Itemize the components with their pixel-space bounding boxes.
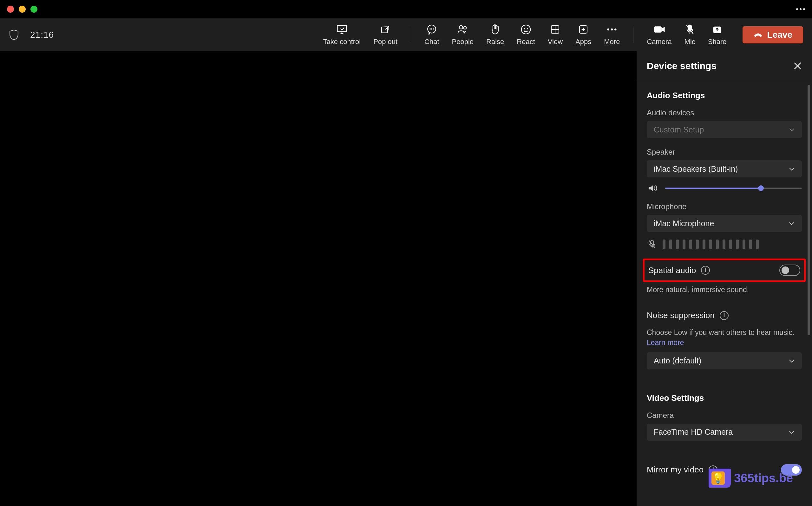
camera-value: FaceTime HD Camera: [654, 427, 733, 437]
chevron-down-icon: [789, 167, 795, 171]
svg-point-3: [430, 28, 431, 29]
call-duration: 21:16: [30, 30, 54, 40]
camera-select[interactable]: FaceTime HD Camera: [647, 424, 802, 441]
audio-devices-value: Custom Setup: [654, 125, 704, 134]
video-stage: [0, 51, 636, 506]
more-options-icon[interactable]: [796, 8, 805, 10]
chevron-down-icon: [789, 222, 795, 225]
titlebar: [0, 0, 812, 18]
camera-button[interactable]: Camera: [644, 24, 675, 46]
speaker-select[interactable]: iMac Speakers (Built-in): [647, 160, 802, 177]
speaker-value: iMac Speakers (Built-in): [654, 164, 738, 174]
spatial-audio-highlight: Spatial audio i: [643, 259, 806, 282]
take-control-label: Take control: [323, 38, 361, 46]
apps-button[interactable]: Apps: [572, 24, 594, 46]
more-label: More: [604, 38, 620, 46]
main-area: Device settings Audio Settings Audio dev…: [0, 51, 812, 506]
speaker-volume-slider[interactable]: [665, 185, 802, 191]
toolbar-separator: [633, 27, 633, 43]
camera-label: Camera: [647, 38, 672, 46]
noise-suppression-value: Auto (default): [654, 356, 701, 365]
mic-muted-indicator-icon: [648, 240, 656, 249]
audio-devices-label: Audio devices: [647, 108, 802, 117]
noise-suppression-label: Noise suppression: [647, 311, 715, 320]
device-settings-panel: Device settings Audio Settings Audio dev…: [636, 51, 812, 506]
monitor-icon: [336, 24, 348, 35]
noise-suppression-select[interactable]: Auto (default): [647, 352, 802, 369]
pop-out-button[interactable]: Pop out: [370, 24, 401, 46]
speaker-sound-icon: [648, 184, 658, 193]
mic-muted-icon: [685, 24, 695, 35]
shield-icon[interactable]: [9, 29, 19, 40]
people-icon: [457, 24, 469, 35]
svg-point-4: [431, 28, 432, 29]
audio-settings-heading: Audio Settings: [647, 91, 802, 100]
spatial-audio-label: Spatial audio: [648, 265, 696, 275]
phone-hangup-icon: [753, 32, 763, 38]
speaker-label: Speaker: [647, 148, 802, 157]
info-icon[interactable]: i: [708, 466, 718, 474]
view-label: View: [548, 38, 563, 46]
panel-title: Device settings: [647, 61, 717, 71]
info-icon[interactable]: i: [701, 266, 710, 275]
svg-point-6: [459, 25, 463, 29]
share-tray-icon: [712, 24, 722, 35]
close-panel-button[interactable]: [793, 62, 802, 70]
toolbar-separator: [411, 27, 411, 43]
svg-point-9: [524, 28, 525, 29]
svg-rect-16: [654, 26, 662, 32]
people-button[interactable]: People: [449, 24, 477, 46]
svg-point-5: [433, 28, 433, 29]
chevron-down-icon: [789, 128, 795, 132]
microphone-label: Microphone: [647, 202, 802, 211]
chevron-down-icon: [789, 430, 795, 434]
svg-point-14: [611, 28, 613, 30]
mic-button[interactable]: Mic: [681, 24, 698, 46]
minimize-window-button[interactable]: [19, 6, 26, 13]
people-label: People: [452, 38, 474, 46]
noise-suppression-desc: Choose Low if you want others to hear mu…: [647, 327, 802, 348]
audio-devices-select[interactable]: Custom Setup: [647, 121, 802, 138]
ellipsis-icon: [606, 24, 617, 35]
chat-icon: [426, 24, 437, 35]
svg-point-7: [463, 26, 466, 29]
raise-label: Raise: [486, 38, 504, 46]
camera-icon: [654, 24, 665, 35]
mirror-video-toggle[interactable]: [781, 464, 802, 476]
more-button[interactable]: More: [601, 24, 623, 46]
svg-point-15: [614, 28, 617, 30]
hand-icon: [490, 24, 500, 35]
mic-label: Mic: [684, 38, 695, 46]
zoom-window-button[interactable]: [30, 6, 38, 13]
panel-scrollbar[interactable]: [808, 85, 810, 335]
meeting-toolbar: 21:16 Take control Pop out: [0, 18, 812, 51]
svg-point-10: [527, 28, 528, 29]
take-control-button[interactable]: Take control: [320, 24, 364, 46]
leave-button[interactable]: Leave: [743, 26, 803, 44]
smiley-icon: [521, 24, 531, 35]
close-window-button[interactable]: [7, 6, 14, 13]
svg-rect-0: [337, 25, 346, 31]
mirror-video-label: Mirror my video: [647, 465, 703, 475]
microphone-value: iMac Microphone: [654, 219, 714, 228]
chat-button[interactable]: Chat: [421, 24, 442, 46]
react-button[interactable]: React: [514, 24, 538, 46]
learn-more-link[interactable]: Learn more: [647, 338, 684, 347]
share-button[interactable]: Share: [705, 24, 730, 46]
apps-label: Apps: [576, 38, 591, 46]
leave-label: Leave: [767, 30, 792, 40]
share-label: Share: [708, 38, 727, 46]
camera-label: Camera: [647, 411, 802, 420]
view-button[interactable]: View: [545, 24, 566, 46]
apps-icon: [578, 24, 588, 35]
window-controls: [7, 6, 38, 13]
raise-hand-button[interactable]: Raise: [483, 24, 507, 46]
pop-out-label: Pop out: [373, 38, 397, 46]
spatial-audio-toggle[interactable]: [779, 265, 800, 276]
svg-point-8: [522, 25, 530, 33]
info-icon[interactable]: i: [720, 311, 729, 320]
microphone-select[interactable]: iMac Microphone: [647, 215, 802, 232]
video-settings-heading: Video Settings: [647, 393, 802, 403]
mic-level-meter: [663, 240, 759, 249]
grid-icon: [550, 24, 560, 35]
